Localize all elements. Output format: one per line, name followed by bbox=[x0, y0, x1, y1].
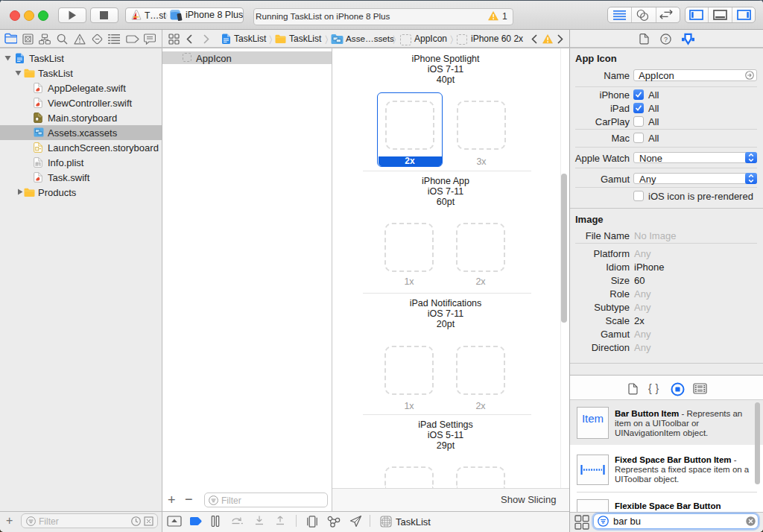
svg-text:?: ? bbox=[664, 36, 668, 43]
